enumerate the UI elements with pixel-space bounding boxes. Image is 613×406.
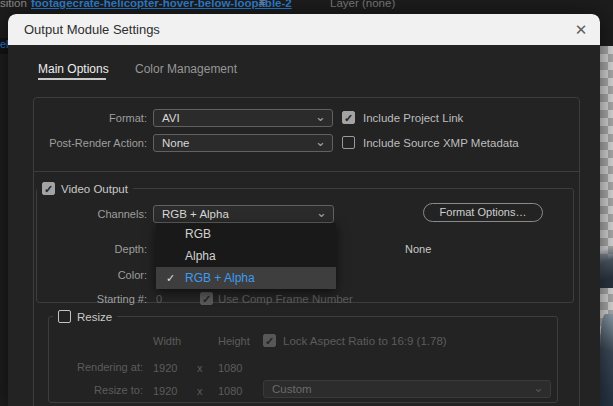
layer-value: (none) — [362, 0, 395, 9]
dropdown-option-alpha[interactable]: Alpha — [156, 245, 336, 267]
video-output-legend: ✓ Video Output — [37, 181, 133, 196]
background-dark-area — [600, 14, 613, 46]
format-dropdown[interactable]: AVI ⌄ — [153, 109, 333, 127]
channels-label: Channels: — [8, 205, 147, 223]
rendering-width-value: 1920 — [153, 362, 177, 374]
resize-height-value: 1080 — [218, 385, 242, 397]
channels-dropdown-value: RGB + Alpha — [162, 208, 229, 220]
panel-separator — [33, 171, 580, 172]
depth-right-value: None — [405, 243, 431, 255]
active-tab-underline — [38, 78, 106, 80]
background-transparency-strip — [600, 14, 613, 406]
screen: sition footagecrate-helicopter-hover-bel… — [0, 0, 613, 406]
starting-number-label: Starting #: — [8, 290, 147, 308]
post-render-action-label: Post-Render Action: — [8, 134, 147, 152]
include-project-link-label: Include Project Link — [363, 109, 463, 127]
depth-label: Depth: — [8, 240, 147, 258]
resize-width-value: 1920 — [153, 385, 177, 397]
chevron-down-icon: ⌄ — [533, 381, 544, 395]
include-xmp-checkbox[interactable] — [342, 136, 355, 149]
width-header: Width — [153, 335, 181, 347]
format-label: Format: — [8, 109, 147, 127]
dialog-title: Output Module Settings — [24, 22, 160, 37]
tab-color-management[interactable]: Color Management — [135, 62, 237, 76]
use-comp-frame-label: Use Comp Frame Number — [218, 290, 353, 308]
format-dropdown-value: AVI — [162, 112, 180, 124]
dropdown-option-rgb-alpha[interactable]: ✓ RGB + Alpha — [156, 267, 336, 289]
dialog-header[interactable]: Output Module Settings ✕ — [8, 14, 600, 45]
channels-dropdown[interactable]: RGB + Alpha ⌄ — [153, 205, 334, 223]
lock-aspect-ratio-label: Lock Aspect Ratio to 16:9 (1.78) — [283, 332, 447, 350]
format-options-button[interactable]: Format Options… — [423, 203, 543, 222]
tab-main-options[interactable]: Main Options — [38, 62, 109, 76]
include-xmp-label: Include Source XMP Metadata — [363, 134, 519, 152]
channels-dropdown-list: RGB Alpha ✓ RGB + Alpha — [156, 223, 336, 289]
times-glyph: x — [197, 385, 203, 397]
post-render-action-value: None — [162, 137, 190, 149]
close-icon[interactable]: ✕ — [570, 20, 592, 40]
rendering-at-label: Rendering at: — [8, 358, 143, 376]
chevron-down-icon: ⌄ — [315, 135, 326, 149]
dropdown-option-rgb-alpha-label: RGB + Alpha — [185, 271, 255, 285]
use-comp-frame-checkbox: ✓ — [200, 292, 213, 305]
hamburger-menu-icon[interactable]: ≡ — [259, 0, 266, 8]
chevron-down-icon: ⌄ — [315, 110, 326, 124]
video-output-label: Video Output — [61, 183, 128, 195]
resize-preset-dropdown: Custom ⌄ — [263, 380, 551, 398]
background-text-fragment: el — [0, 38, 8, 54]
layer-label: Layer — [330, 0, 359, 9]
rendering-height-value: 1080 — [218, 362, 242, 374]
composition-name-link[interactable]: footagecrate-helicopter-hover-below-loop… — [31, 0, 292, 9]
starting-number-value: 0 — [156, 293, 162, 305]
check-icon: ✓ — [166, 267, 175, 289]
chevron-down-icon: ⌄ — [316, 206, 327, 220]
video-output-checkbox[interactable]: ✓ — [42, 182, 55, 195]
app-top-bar: sition footagecrate-helicopter-hover-bel… — [0, 0, 613, 14]
color-label: Color: — [8, 266, 147, 284]
output-module-settings-dialog: Output Module Settings ✕ Main Options Co… — [8, 14, 600, 406]
height-header: Height — [218, 335, 250, 347]
include-project-link-checkbox[interactable]: ✓ — [342, 111, 355, 124]
background-image-fragment — [600, 314, 613, 406]
breadcrumb: sition — [0, 0, 27, 9]
background-image-fragment — [600, 240, 613, 288]
resize-preset-value: Custom — [272, 383, 312, 395]
resize-to-label: Resize to: — [8, 381, 143, 399]
post-render-action-dropdown[interactable]: None ⌄ — [153, 134, 333, 152]
resize-legend: Resize — [53, 309, 117, 324]
times-glyph: x — [197, 362, 203, 374]
lock-aspect-ratio-checkbox: ✓ — [263, 334, 276, 347]
dropdown-option-rgb[interactable]: RGB — [156, 223, 336, 245]
resize-checkbox[interactable] — [58, 310, 71, 323]
resize-label: Resize — [77, 311, 112, 323]
